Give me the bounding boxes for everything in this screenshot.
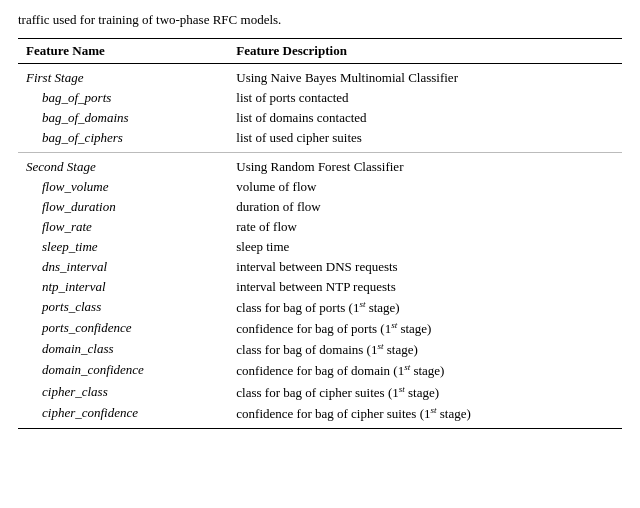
feature-name: flow_rate <box>18 217 228 237</box>
feature-description: class for bag of domains (1st stage) <box>228 339 622 360</box>
section-description-0: Using Naive Bayes Multinomial Classifier <box>228 63 622 88</box>
feature-name: flow_volume <box>18 177 228 197</box>
features-table: Feature Name Feature Description First S… <box>18 38 622 430</box>
feature-name: ports_confidence <box>18 318 228 339</box>
section-name-0: First Stage <box>18 63 228 88</box>
section-description-1: Using Random Forest Classifier <box>228 152 622 177</box>
intro-text: traffic used for training of two-phase R… <box>18 10 622 30</box>
feature-description: list of used cipher suites <box>228 128 622 153</box>
feature-description: rate of flow <box>228 217 622 237</box>
feature-description: class for bag of ports (1st stage) <box>228 297 622 318</box>
feature-name: domain_class <box>18 339 228 360</box>
feature-name: flow_duration <box>18 197 228 217</box>
col-header-description: Feature Description <box>228 38 622 63</box>
section-name-1: Second Stage <box>18 152 228 177</box>
feature-description: class for bag of cipher suites (1st stag… <box>228 382 622 403</box>
feature-name: domain_confidence <box>18 360 228 381</box>
feature-name: cipher_confidence <box>18 403 228 429</box>
feature-description: confidence for bag of cipher suites (1st… <box>228 403 622 429</box>
col-header-feature: Feature Name <box>18 38 228 63</box>
feature-name: cipher_class <box>18 382 228 403</box>
feature-name: dns_interval <box>18 257 228 277</box>
feature-name: sleep_time <box>18 237 228 257</box>
feature-description: sleep time <box>228 237 622 257</box>
feature-description: confidence for bag of domain (1st stage) <box>228 360 622 381</box>
feature-description: duration of flow <box>228 197 622 217</box>
feature-description: volume of flow <box>228 177 622 197</box>
feature-description: list of domains contacted <box>228 108 622 128</box>
feature-name: ntp_interval <box>18 277 228 297</box>
feature-description: interval between NTP requests <box>228 277 622 297</box>
feature-name: ports_class <box>18 297 228 318</box>
feature-name: bag_of_ports <box>18 88 228 108</box>
feature-description: confidence for bag of ports (1st stage) <box>228 318 622 339</box>
feature-description: interval between DNS requests <box>228 257 622 277</box>
feature-name: bag_of_domains <box>18 108 228 128</box>
feature-name: bag_of_ciphers <box>18 128 228 153</box>
feature-description: list of ports contacted <box>228 88 622 108</box>
